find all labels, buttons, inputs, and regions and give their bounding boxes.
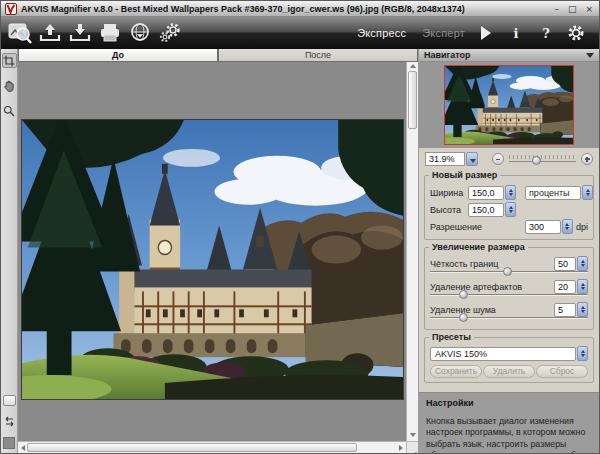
crop-tool-button[interactable] — [2, 53, 17, 68]
navigator-title: Навигатор — [424, 50, 471, 60]
zoom-dropdown-button[interactable] — [466, 152, 478, 166]
horizontal-scrollbar[interactable] — [18, 441, 406, 453]
gears-icon — [158, 22, 182, 44]
help-icon: ? — [542, 26, 550, 41]
swap-view-button[interactable] — [2, 414, 17, 429]
hints-panel: Настройки Кнопка вызывает диалог изменен… — [419, 392, 599, 453]
units-value[interactable]: проценты — [525, 186, 581, 200]
sharpness-slider[interactable] — [430, 267, 588, 276]
zoom-out-button[interactable] — [492, 153, 504, 165]
hints-title: Настройки — [426, 398, 592, 408]
zoom-slider-ticks — [509, 155, 576, 159]
photo-castle[interactable] — [21, 119, 404, 400]
publish-web-button[interactable] — [127, 21, 153, 45]
zoom-slider[interactable] — [509, 154, 576, 164]
resize-grip[interactable] — [406, 441, 418, 453]
maximize-button[interactable]: □ — [568, 3, 577, 15]
tool-strip — [1, 49, 18, 453]
batch-processing-button[interactable] — [157, 21, 183, 45]
noise-slider-thumb[interactable] — [459, 313, 468, 322]
resolution-field[interactable]: 300 — [525, 220, 561, 234]
minimize-button[interactable]: – — [554, 3, 559, 15]
background-mode-button[interactable] — [3, 395, 16, 406]
group-new-size-title: Новый размер — [429, 170, 500, 180]
group-enlargement-title: Увеличение размера — [429, 242, 528, 252]
preset-value[interactable]: AKVIS 150% — [430, 347, 576, 361]
navigator-preview-area — [419, 62, 599, 148]
units-dropdown[interactable]: проценты — [525, 185, 593, 200]
app-logo-button[interactable] — [7, 21, 33, 45]
preset-dropdown-button[interactable] — [577, 346, 588, 361]
help-button[interactable]: ? — [533, 21, 559, 45]
preset-save-button[interactable]: Сохранить — [430, 365, 482, 378]
tab-after[interactable]: После — [218, 49, 418, 62]
group-presets-title: Пресеты — [429, 332, 474, 342]
height-stepper[interactable] — [505, 202, 516, 217]
image-area: До После — [18, 49, 418, 453]
settings-panel: Навигатор 31.9% — [418, 49, 599, 453]
mode-expert[interactable]: Эксперт — [422, 27, 465, 39]
about-button[interactable]: i — [503, 21, 529, 45]
resolution-stepper[interactable] — [562, 219, 573, 234]
slider-row-sharpness: Чёткость границ 50 — [430, 256, 588, 279]
vertical-scrollbar[interactable] — [406, 62, 418, 441]
save-image-button[interactable] — [67, 21, 93, 45]
globe-download-icon — [129, 23, 151, 43]
hand-icon — [3, 80, 15, 92]
sharpness-slider-thumb[interactable] — [503, 267, 512, 276]
title-bar: AKVIS Magnifier v.8.0 - Best Mixed Wallp… — [1, 1, 599, 17]
vertical-scroll-thumb[interactable] — [408, 71, 417, 129]
hints-text: Кнопка вызывает диалог изменения настрое… — [426, 416, 592, 453]
parameters: Новый размер Ширина 150,0 Высота 150,0 — [419, 169, 599, 392]
units-dropdown-button[interactable] — [582, 185, 593, 200]
navigator-header[interactable]: Навигатор — [419, 49, 599, 62]
open-icon — [39, 23, 61, 43]
preset-reset-button[interactable]: Сброс — [536, 365, 588, 378]
width-label: Ширина — [430, 188, 463, 198]
slider-row-artifacts: Удаление артефактов 20 — [430, 279, 588, 302]
zoom-in-button[interactable] — [581, 153, 593, 165]
close-button[interactable]: × — [585, 3, 593, 15]
mode-express[interactable]: Экспресс — [357, 27, 406, 39]
artifacts-slider[interactable] — [430, 290, 588, 299]
preferences-button[interactable] — [563, 21, 589, 45]
akvis-logo-icon — [5, 3, 17, 15]
hand-tool-button[interactable] — [2, 78, 17, 93]
slider-row-noise: Удаление шума 5 — [430, 302, 588, 325]
crop-icon — [3, 55, 15, 67]
info-icon: i — [514, 26, 519, 41]
open-image-button[interactable] — [37, 21, 63, 45]
scroll-right-arrow[interactable] — [399, 445, 403, 451]
horizontal-scroll-thumb[interactable] — [27, 443, 357, 452]
group-enlargement: Увеличение размера Чёткость границ 50 — [424, 247, 594, 330]
canvas[interactable] — [18, 62, 418, 453]
print-button[interactable] — [97, 21, 123, 45]
group-new-size: Новый размер Ширина 150,0 Высота 150,0 — [424, 175, 594, 240]
height-label: Высота — [430, 205, 461, 215]
view-tabs: До После — [18, 49, 418, 62]
save-icon — [69, 23, 91, 43]
zoom-slider-rail — [509, 161, 576, 162]
magnifier-photo-icon — [8, 22, 32, 44]
canvas-color-swatch[interactable] — [3, 437, 15, 449]
preset-delete-button[interactable]: Удалить — [483, 365, 535, 378]
tab-before[interactable]: До — [18, 49, 218, 62]
height-field[interactable]: 150,0 — [468, 203, 504, 217]
scroll-down-arrow[interactable] — [410, 433, 416, 437]
width-stepper[interactable] — [505, 185, 516, 200]
zoom-slider-thumb[interactable] — [532, 156, 541, 165]
navigator-thumbnail[interactable] — [444, 65, 574, 145]
artifacts-slider-thumb[interactable] — [459, 290, 468, 299]
scroll-up-arrow[interactable] — [410, 64, 416, 68]
scroll-left-arrow[interactable] — [21, 445, 25, 451]
resolution-label: Разрешение — [430, 222, 482, 232]
printer-icon — [99, 23, 121, 43]
run-button[interactable] — [473, 21, 499, 45]
app-window: AKVIS Magnifier v.8.0 - Best Mixed Wallp… — [0, 0, 600, 454]
preset-dropdown[interactable]: AKVIS 150% — [430, 346, 588, 361]
noise-slider[interactable] — [430, 313, 588, 322]
zoom-tool-button[interactable] — [2, 103, 17, 118]
width-field[interactable]: 150,0 — [468, 186, 504, 200]
collapse-chevron-icon[interactable] — [586, 53, 594, 58]
zoom-input[interactable]: 31.9% — [425, 152, 465, 166]
